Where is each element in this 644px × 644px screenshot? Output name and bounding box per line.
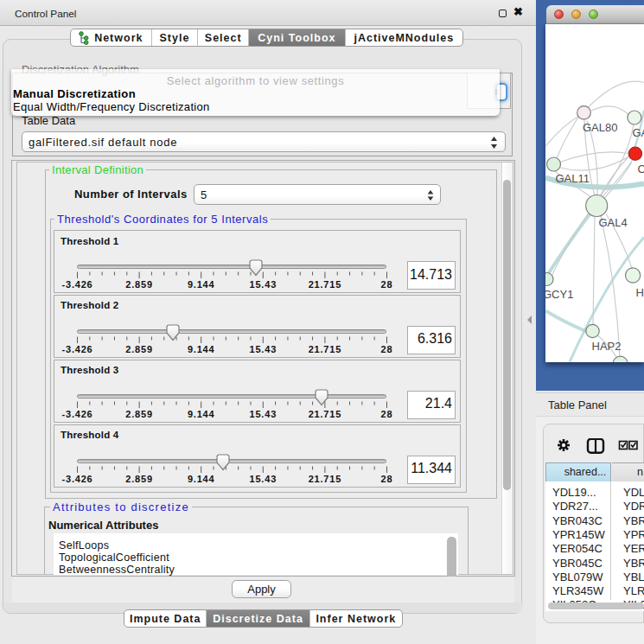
svg-text:GAL11: GAL11 [556,172,590,185]
svg-text:GAL80: GAL80 [583,121,617,134]
svg-text:GA: GA [633,126,644,139]
svg-text:C: C [638,163,644,175]
svg-text:HAP2: HAP2 [592,340,622,353]
svg-text:H: H [636,286,644,299]
svg-text:GCY1: GCY1 [545,288,573,301]
svg-text:GAL4: GAL4 [599,216,628,229]
